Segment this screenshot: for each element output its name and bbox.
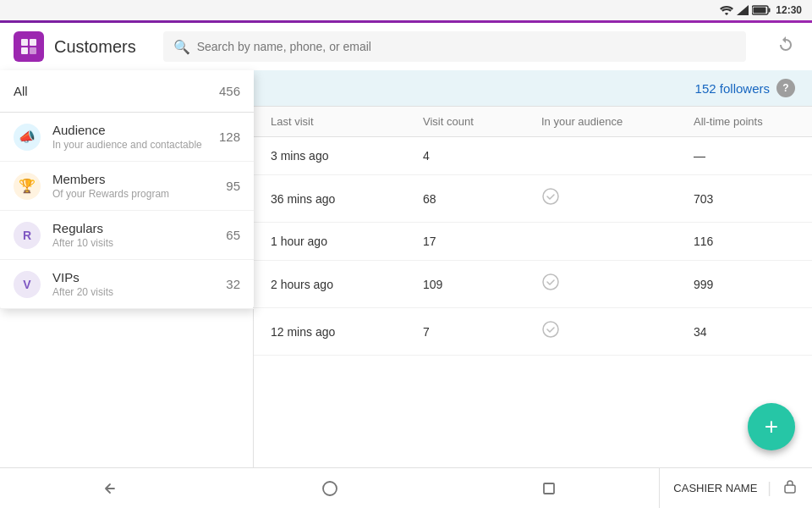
- table-body: 3 mins ago 4 — 36 mins ago 68 703: [254, 137, 812, 467]
- cell-all-time-points: —: [694, 149, 795, 163]
- cashier-section: CASHIER NAME |: [659, 468, 812, 508]
- svg-rect-6: [21, 47, 28, 54]
- svg-marker-0: [737, 5, 749, 15]
- dropdown-item-members[interactable]: 🏆 Members Of your Rewards program 95: [0, 162, 254, 211]
- svg-point-11: [323, 482, 337, 495]
- cell-visit-count: 17: [423, 235, 541, 248]
- vips-sublabel: After 20 visits: [52, 286, 226, 298]
- home-icon: [321, 480, 338, 497]
- check-icon: [541, 278, 560, 295]
- divider: |: [767, 479, 771, 497]
- members-sublabel: Of your Rewards program: [52, 188, 226, 200]
- cell-all-time-points: 116: [694, 235, 795, 248]
- cell-last-visit: 2 hours ago: [271, 278, 423, 291]
- audience-icon: 📣: [14, 124, 41, 151]
- svg-rect-12: [544, 483, 554, 494]
- svg-rect-2: [769, 8, 771, 13]
- wifi-icon: [720, 5, 733, 15]
- cell-visit-count: 109: [423, 278, 541, 291]
- recents-button[interactable]: [440, 468, 660, 509]
- cell-last-visit: 1 hour ago: [271, 235, 423, 248]
- vips-label: VIPs: [52, 270, 226, 284]
- svg-point-8: [543, 189, 558, 204]
- col-header-in-audience: In your audience: [541, 115, 694, 128]
- app-icon: [14, 31, 44, 62]
- dropdown-all-item[interactable]: All 456: [0, 70, 254, 113]
- cell-last-visit: 36 mins ago: [271, 192, 423, 206]
- vips-icon: V: [14, 271, 41, 298]
- followers-banner: 152 followers ?: [254, 70, 812, 107]
- cell-all-time-points: 999: [694, 278, 795, 291]
- cell-all-time-points: 34: [694, 325, 795, 339]
- dropdown-item-audience[interactable]: 📣 Audience In your audience and contacta…: [0, 113, 254, 162]
- svg-rect-3: [754, 8, 766, 14]
- search-icon: 🔍: [173, 39, 190, 55]
- regulars-sublabel: After 10 visits: [52, 237, 226, 249]
- refresh-button[interactable]: [773, 32, 798, 62]
- add-button[interactable]: +: [748, 403, 795, 450]
- bottom-nav: CASHIER NAME |: [0, 467, 812, 508]
- search-bar: 🔍: [163, 31, 746, 62]
- table-header: Last visit Visit count In your audience …: [254, 107, 812, 137]
- regulars-label: Regulars: [52, 221, 226, 235]
- cell-last-visit: 3 mins ago: [271, 149, 423, 163]
- nav-icons: [0, 468, 659, 509]
- svg-point-10: [543, 322, 558, 337]
- search-input[interactable]: [197, 40, 736, 53]
- regulars-icon: R: [14, 222, 41, 249]
- members-icon: 🏆: [14, 173, 41, 200]
- members-label: Members: [52, 172, 226, 186]
- back-icon: [102, 480, 118, 497]
- svg-rect-7: [30, 47, 36, 54]
- dropdown-all-count: 456: [219, 84, 240, 98]
- table-row[interactable]: 3 mins ago 4 —: [254, 137, 812, 175]
- dropdown-all-label: All: [14, 84, 28, 98]
- recents-icon: [540, 480, 557, 497]
- back-button[interactable]: [0, 468, 220, 509]
- cell-visit-count: 4: [423, 149, 541, 163]
- col-header-last-visit: Last visit: [271, 115, 423, 128]
- regulars-count: 65: [226, 228, 240, 242]
- check-icon: [541, 325, 560, 342]
- table-row[interactable]: 36 mins ago 68 703: [254, 175, 812, 223]
- status-icons: [720, 5, 771, 15]
- app-bar: Customers 🔍: [0, 23, 812, 70]
- svg-rect-4: [21, 39, 28, 46]
- col-header-all-time-points: All-time points: [694, 115, 795, 128]
- svg-rect-13: [785, 485, 795, 493]
- dropdown-item-vips[interactable]: V VIPs After 20 visits 32: [0, 260, 254, 309]
- signal-icon: [737, 5, 749, 15]
- audience-count: 128: [219, 130, 240, 144]
- table-row[interactable]: 1 hour ago 17 116: [254, 223, 812, 261]
- battery-icon: [752, 5, 771, 15]
- check-icon: [541, 192, 560, 209]
- cell-all-time-points: 703: [694, 192, 795, 206]
- status-bar: 12:30: [0, 0, 812, 20]
- right-content: 152 followers ? Last visit Visit count I…: [254, 70, 812, 467]
- help-icon[interactable]: ?: [776, 79, 795, 97]
- table-row[interactable]: 2 hours ago 109 999: [254, 261, 812, 308]
- cell-in-audience: [541, 320, 694, 343]
- status-time: 12:30: [776, 4, 802, 16]
- cell-in-audience: [541, 273, 694, 295]
- cashier-name-label: CASHIER NAME: [673, 482, 757, 494]
- col-header-visit-count: Visit count: [423, 115, 541, 128]
- cell-last-visit: 12 mins ago: [271, 325, 423, 339]
- refresh-icon: [776, 36, 795, 54]
- dropdown-panel: All 456 📣 Audience In your audience and …: [0, 70, 254, 309]
- cell-in-audience: [541, 187, 694, 210]
- svg-point-9: [543, 274, 558, 290]
- svg-rect-5: [30, 39, 36, 46]
- page-title: Customers: [54, 37, 136, 57]
- home-button[interactable]: [220, 468, 440, 509]
- cell-visit-count: 7: [423, 325, 541, 339]
- dropdown-item-regulars[interactable]: R Regulars After 10 visits 65: [0, 211, 254, 260]
- vips-count: 32: [226, 277, 240, 291]
- audience-sublabel: In your audience and contactable: [52, 139, 219, 151]
- lock-icon[interactable]: [782, 478, 798, 499]
- table-row[interactable]: 12 mins ago 7 34: [254, 308, 812, 356]
- audience-label: Audience: [52, 123, 219, 137]
- cell-visit-count: 68: [423, 192, 541, 206]
- members-count: 95: [226, 179, 240, 193]
- followers-link[interactable]: 152 followers: [695, 81, 770, 96]
